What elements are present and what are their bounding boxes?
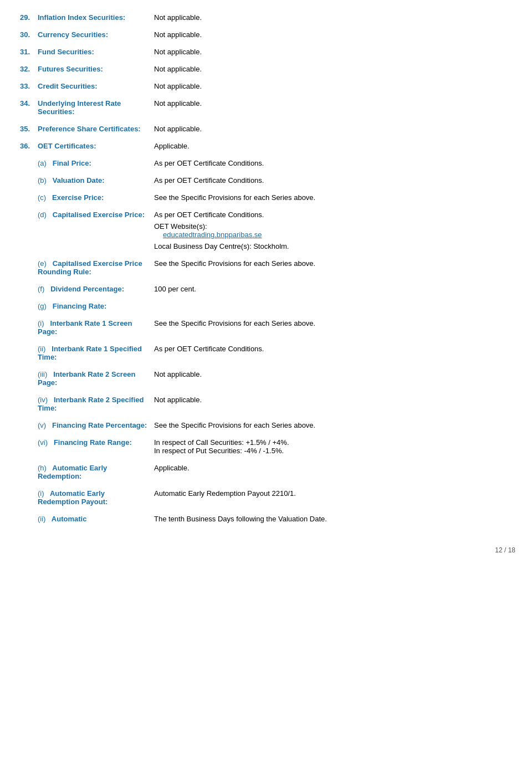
- sub-label: Interbank Rate 1 Screen Page:: [38, 319, 132, 336]
- row-value: Not applicable.: [151, 393, 515, 414]
- row-label: Inflation Index Securities:: [34, 11, 151, 24]
- sub-spacer: [50, 396, 52, 404]
- page-number: 12 / 18: [17, 546, 515, 554]
- sub-letter: (i): [38, 489, 44, 498]
- row-value: Not applicable.: [151, 11, 515, 24]
- value-line-1: As per OET Certificate Conditions.: [154, 211, 512, 219]
- sub-spacer: [49, 159, 51, 167]
- row-value-vi: In respect of Call Securities: +1.5% / +…: [151, 436, 515, 457]
- sub-spacer: [48, 345, 50, 353]
- sub-letter: (i): [38, 319, 44, 327]
- sub-letter: (ii): [38, 345, 45, 353]
- main-table: 29. Inflation Index Securities: Not appl…: [17, 11, 515, 530]
- row-label: OET Certificates:: [34, 140, 151, 152]
- table-row: (ii) Automatic The tenth Business Days f…: [17, 512, 515, 525]
- sub-letter: (iii): [38, 370, 47, 378]
- row-num: 32.: [17, 63, 34, 75]
- sub-label: Automatic Early Redemption Payout:: [38, 489, 108, 506]
- row-label: Underlying Interest Rate Securities:: [34, 97, 151, 118]
- row-value: Not applicable.: [151, 368, 515, 389]
- table-row: (i) Interbank Rate 1 Screen Page: See th…: [17, 317, 515, 338]
- sub-letter: (g): [38, 302, 47, 310]
- sub-label: Final Price:: [53, 159, 91, 167]
- sub-spacer: [48, 515, 50, 523]
- table-row: (i) Automatic Early Redemption Payout: A…: [17, 487, 515, 508]
- table-row: (b) Valuation Date: As per OET Certifica…: [17, 174, 515, 187]
- sub-spacer: [49, 370, 52, 378]
- table-row: (v) Financing Rate Percentage: See the S…: [17, 419, 515, 432]
- table-row: 29. Inflation Index Securities: Not appl…: [17, 11, 515, 24]
- row-value: As per OET Certificate Conditions.: [151, 157, 515, 170]
- sub-label: Valuation Date:: [53, 176, 105, 184]
- row-value: Not applicable.: [151, 63, 515, 75]
- sub-letter: (e): [38, 259, 47, 268]
- row-value: 100 per cent.: [151, 283, 515, 295]
- row-value: Not applicable.: [151, 28, 515, 41]
- row-num: 34.: [17, 97, 34, 118]
- row-num: 29.: [17, 11, 34, 24]
- table-row: (f) Dividend Percentage: 100 per cent.: [17, 283, 515, 295]
- sub-spacer: [48, 193, 50, 202]
- table-row: (d) Capitalised Exercise Price: As per O…: [17, 208, 515, 253]
- row-label: Credit Securities:: [34, 80, 151, 93]
- row-num: 35.: [17, 122, 34, 135]
- sub-spacer: [49, 176, 51, 184]
- sub-letter: (a): [38, 159, 47, 167]
- table-row: (iv) Interbank Rate 2 Specified Time: No…: [17, 393, 515, 414]
- local-business-day: Local Business Day Centre(s): Stockholm.: [154, 242, 512, 250]
- table-row: 34. Underlying Interest Rate Securities:…: [17, 97, 515, 118]
- table-row: (a) Final Price: As per OET Certificate …: [17, 157, 515, 170]
- row-num: 30.: [17, 28, 34, 41]
- educatedtrading-link[interactable]: educatedtrading.bnpparibas.se: [163, 230, 262, 239]
- table-row: (ii) Interbank Rate 1 Specified Time: As…: [17, 342, 515, 363]
- row-value: Not applicable.: [151, 45, 515, 58]
- sub-letter: (b): [38, 176, 47, 184]
- table-row: 35. Preference Share Certificates: Not a…: [17, 122, 515, 135]
- row-label: Preference Share Certificates:: [34, 122, 151, 135]
- row-value: Not applicable.: [151, 122, 515, 135]
- sub-letter: (vi): [38, 438, 48, 447]
- row-value: See the Specific Provisions for each Ser…: [151, 191, 515, 204]
- row-num: 31.: [17, 45, 34, 58]
- row-value: See the Specific Provisions for each Ser…: [151, 419, 515, 432]
- row-value: [151, 300, 515, 312]
- row-label: Currency Securities:: [34, 28, 151, 41]
- table-row: (vi) Financing Rate Range: In respect of…: [17, 436, 515, 457]
- sub-spacer: [49, 259, 51, 268]
- table-row: 36. OET Certificates: Applicable.: [17, 140, 515, 152]
- table-row: (e) Capitalised Exercise Price Rounding …: [17, 257, 515, 278]
- sub-spacer: [49, 211, 51, 219]
- row-value: Applicable.: [151, 462, 515, 483]
- sub-label: Financing Rate Percentage:: [52, 421, 147, 429]
- sub-spacer: [48, 421, 50, 429]
- row-value-d: As per OET Certificate Conditions. OET W…: [151, 208, 515, 253]
- sub-spacer: [46, 489, 48, 498]
- table-row: 32. Futures Securities: Not applicable.: [17, 63, 515, 75]
- sub-spacer: [46, 319, 48, 327]
- sub-label: Interbank Rate 2 Specified Time:: [38, 396, 144, 412]
- sub-letter: (d): [38, 211, 47, 219]
- sub-letter: (v): [38, 421, 46, 429]
- sub-letter: (h): [38, 464, 47, 472]
- row-value: Automatic Early Redemption Payout 2210/1…: [151, 487, 515, 508]
- sub-letter: (iv): [38, 396, 48, 404]
- row-value: Applicable.: [151, 140, 515, 152]
- sub-label: Automatic: [52, 515, 87, 523]
- sub-label: Exercise Price:: [52, 193, 104, 202]
- sub-spacer: [49, 464, 51, 472]
- table-row: 31. Fund Securities: Not applicable.: [17, 45, 515, 58]
- sub-letter: (ii): [38, 515, 45, 523]
- row-value: As per OET Certificate Conditions.: [151, 342, 515, 363]
- row-value: Not applicable.: [151, 80, 515, 93]
- row-num: 36.: [17, 140, 34, 152]
- row-value: See the Specific Provisions for each Ser…: [151, 257, 515, 278]
- sub-spacer: [50, 438, 52, 447]
- table-row: (h) Automatic Early Redemption: Applicab…: [17, 462, 515, 483]
- row-value: Not applicable.: [151, 97, 515, 118]
- row-value: As per OET Certificate Conditions.: [151, 174, 515, 187]
- sub-label: Financing Rate Range:: [54, 438, 132, 447]
- sub-label: Capitalised Exercise Price:: [53, 211, 145, 219]
- sub-letter: (c): [38, 193, 46, 202]
- row-num: 33.: [17, 80, 34, 93]
- row-label: Fund Securities:: [34, 45, 151, 58]
